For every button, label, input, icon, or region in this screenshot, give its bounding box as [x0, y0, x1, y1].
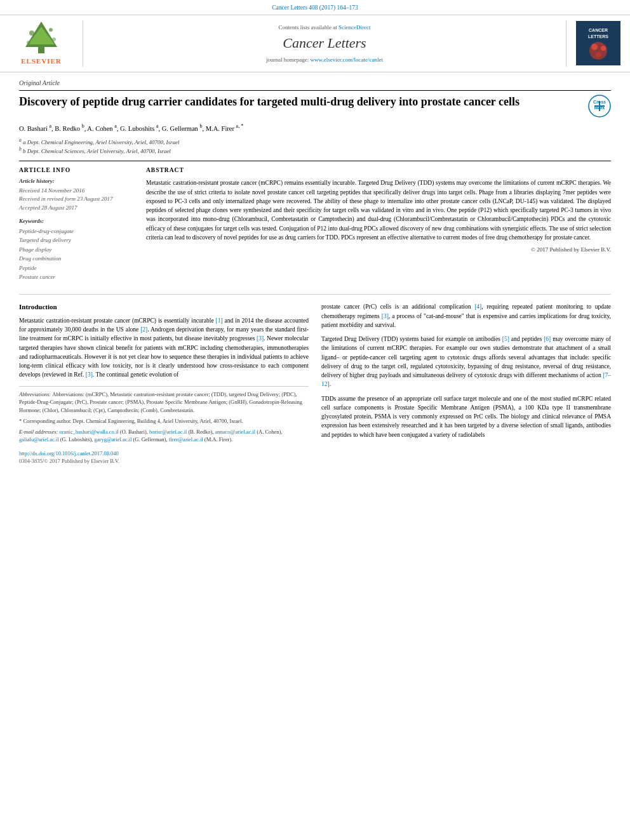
doi-line: http://dx.doi.org/10.1016/j.canlet.2017.…: [19, 450, 309, 458]
article-info-abstract-section: ARTICLE INFO Article history: Received 1…: [19, 161, 611, 286]
article-history: Article history: Received 14 November 20…: [19, 177, 133, 212]
journal-header-center: Contents lists available at ScienceDirec…: [83, 20, 566, 66]
corresponding-text: * Corresponding author. Dept. Chemical E…: [19, 417, 309, 425]
elsevier-tree-icon: [19, 20, 64, 55]
keyword-1: Peptide-drug-conjugate: [19, 227, 133, 236]
abstract-text: Metastatic castration-resistant prostate…: [146, 178, 611, 242]
affiliations: a a Dept. Chemical Engineering, Ariel Un…: [19, 137, 611, 156]
journal-identifier: Cancer Letters 408 (2017) 164–173: [0, 0, 630, 15]
abstract-copyright: © 2017 Published by Elsevier B.V.: [146, 246, 611, 254]
right-paragraph-1: prostate cancer (PrC) cells is an additi…: [321, 302, 611, 330]
article-title-text: Discovery of peptide drug carrier candid…: [19, 95, 519, 109]
intro-section-title: Introduction: [19, 302, 309, 312]
date-received: Received 14 November 2016: [19, 187, 133, 196]
abstract-panel: ABSTRACT Metastatic castration-resistant…: [146, 166, 611, 286]
abstract-title: ABSTRACT: [146, 166, 611, 175]
right-paragraph-2: Targeted Drug Delivery (TDD) systems bas…: [321, 335, 611, 389]
article-info-panel: ARTICLE INFO Article history: Received 1…: [19, 166, 133, 286]
right-paragraph-3: TDDs assume the presence of an appropria…: [321, 394, 611, 439]
svg-point-6: [52, 37, 56, 41]
email-cohen[interactable]: annaco@ariel.ac.il: [215, 429, 256, 435]
cancer-letters-logo: CANCER LETTERS: [573, 20, 624, 66]
keywords-section: Keywords: Peptide-drug-conjugate Targete…: [19, 217, 133, 281]
homepage-url[interactable]: www.elsevier.com/locate/canlet: [311, 57, 383, 63]
contents-available: Contents lists available at ScienceDirec…: [279, 23, 371, 32]
intro-paragraph-1: Metastatic castration-resistant prostate…: [19, 316, 309, 380]
keyword-4: Drug combination: [19, 254, 133, 263]
journal-header: ELSEVIER Contents lists available at Sci…: [0, 15, 630, 72]
sciencedirect-link[interactable]: ScienceDirect: [338, 24, 370, 30]
date-accepted: Accepted 28 August 2017: [19, 204, 133, 213]
svg-point-4: [49, 28, 53, 32]
date-revised: Received in revised form 23 August 2017: [19, 195, 133, 204]
keyword-3: Phage display: [19, 245, 133, 254]
history-label: Article history:: [19, 177, 133, 185]
keywords-label: Keywords:: [19, 217, 133, 225]
svg-text:CANCER: CANCER: [589, 28, 608, 32]
email-redko[interactable]: borisr@ariel.ac.il: [149, 429, 187, 435]
svg-text:LETTERS: LETTERS: [588, 34, 608, 39]
email-line: E-mail addresses: oranic_bashari@walla.c…: [19, 428, 309, 444]
article-title-container: Discovery of peptide drug carrier candid…: [19, 95, 611, 117]
crossmark-icon: Cross Mark: [588, 95, 611, 117]
email-firer[interactable]: firer@ariel.ac.il: [169, 436, 203, 443]
homepage-line: journal homepage: www.elsevier.com/locat…: [266, 56, 383, 64]
elsevier-brand-text: ELSEVIER: [21, 57, 62, 66]
svg-point-5: [27, 41, 30, 44]
body-right-column: prostate cancer (PrC) cells is an additi…: [321, 302, 611, 465]
svg-point-11: [591, 44, 598, 50]
doi-link[interactable]: http://dx.doi.org/10.1016/j.canlet.2017.…: [19, 450, 119, 457]
article-info-title: ARTICLE INFO: [19, 166, 133, 175]
body-content: Introduction Metastatic castration-resis…: [19, 302, 611, 465]
abbreviations-label: Abbreviations:: [19, 391, 52, 397]
email-bashari[interactable]: oranic_bashari@walla.co.il: [59, 429, 118, 435]
svg-point-3: [29, 30, 34, 36]
email-gellerman[interactable]: garyg@ariel.ac.il: [95, 436, 132, 443]
keyword-2: Targeted drug delivery: [19, 236, 133, 244]
email-label: E-mail addresses:: [19, 429, 59, 435]
svg-point-12: [601, 46, 606, 51]
section-divider: [19, 294, 611, 295]
main-content: Original Article Discovery of peptide dr…: [0, 72, 630, 472]
journal-title: Cancer Letters: [283, 34, 366, 53]
article-type: Original Article: [19, 79, 611, 91]
abbreviations-text: Abbreviations: Abbreviations: (mCRPC), M…: [19, 390, 309, 415]
authors-line: O. Bashari a, B. Redko b, A. Cohen a, G.…: [19, 123, 611, 133]
email-luboshits[interactable]: galialu@ariel.ac.il: [19, 436, 59, 443]
keyword-6: Prostate cancer: [19, 272, 133, 281]
body-left-column: Introduction Metastatic castration-resis…: [19, 302, 309, 465]
footnote-section: Abbreviations: Abbreviations: (mCRPC), M…: [19, 386, 309, 444]
issn-line: 0304-3835/© 2017 Published by Elsevier B…: [19, 458, 309, 465]
svg-point-13: [596, 52, 601, 57]
keyword-5: Peptide: [19, 263, 133, 272]
keywords-list: Peptide-drug-conjugate Targeted drug del…: [19, 227, 133, 281]
volume-info: Cancer Letters 408 (2017) 164–173: [272, 4, 358, 11]
cl-logo-box: CANCER LETTERS: [576, 21, 620, 65]
elsevier-logo: ELSEVIER: [6, 20, 76, 66]
cancer-letters-logo-icon: CANCER LETTERS: [577, 22, 620, 65]
